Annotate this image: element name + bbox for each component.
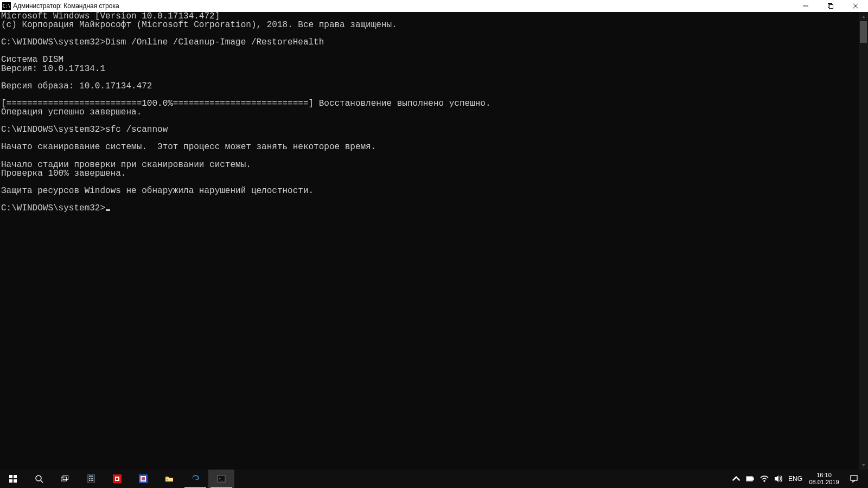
svg-marker-6 — [862, 16, 865, 18]
svg-rect-35 — [752, 478, 754, 480]
window-titlebar[interactable]: C:\ Администратор: Командная строка — [0, 0, 868, 12]
svg-rect-36 — [747, 477, 752, 480]
chevron-up-icon — [732, 474, 741, 483]
taskbar-app-pinned-1[interactable] — [104, 470, 130, 488]
close-button[interactable] — [843, 0, 868, 12]
window-title: Администратор: Командная строка — [13, 2, 119, 10]
cmd-icon: >_ — [217, 474, 226, 483]
start-button[interactable] — [0, 470, 26, 488]
battery-icon — [746, 474, 755, 483]
svg-marker-7 — [862, 464, 865, 466]
svg-rect-9 — [14, 475, 17, 478]
search-button[interactable] — [26, 470, 52, 488]
taskbar-app-calculator[interactable] — [78, 470, 104, 488]
tray-clock[interactable]: 16:10 08.01.2019 — [805, 472, 843, 486]
svg-rect-19 — [91, 478, 92, 479]
svg-rect-31 — [167, 479, 168, 480]
tray-language-indicator[interactable]: ENG — [786, 475, 805, 483]
console-output[interactable]: Microsoft Windows [Version 10.0.17134.47… — [0, 12, 859, 213]
svg-rect-22 — [91, 480, 92, 481]
tray-network-icon[interactable] — [757, 470, 771, 488]
taskbar-app-pinned-2[interactable] — [130, 470, 156, 488]
taskbar-app-cmd[interactable]: >_ — [208, 470, 234, 488]
folder-icon — [165, 474, 174, 483]
svg-rect-8 — [9, 475, 12, 478]
command-prompt-window: C:\ Администратор: Командная строка Micr… — [0, 0, 868, 470]
windows-logo-icon — [9, 474, 17, 483]
svg-rect-15 — [63, 476, 68, 479]
action-center-button[interactable] — [843, 474, 865, 483]
tray-power-icon[interactable] — [743, 470, 757, 488]
svg-rect-14 — [61, 477, 67, 481]
svg-rect-10 — [9, 479, 12, 483]
scrollbar-thumb[interactable] — [860, 21, 867, 43]
svg-rect-20 — [92, 478, 93, 479]
app-icon — [113, 474, 122, 483]
tray-date: 08.01.2019 — [809, 479, 839, 486]
taskbar-app-edge[interactable] — [182, 470, 208, 488]
console-prompt: C:\WINDOWS\system32> — [1, 203, 105, 213]
svg-point-37 — [764, 480, 765, 481]
svg-text:>_: >_ — [219, 477, 223, 481]
search-icon — [35, 474, 43, 483]
svg-rect-39 — [851, 476, 857, 480]
svg-rect-26 — [116, 478, 118, 480]
text-cursor — [106, 209, 110, 211]
scroll-up-arrow-icon[interactable] — [859, 12, 868, 21]
task-view-button[interactable] — [52, 470, 78, 488]
scroll-down-arrow-icon[interactable] — [859, 460, 868, 470]
maximize-button[interactable] — [818, 0, 843, 12]
task-view-icon — [61, 474, 69, 483]
cmd-app-icon: C:\ — [2, 2, 11, 10]
svg-rect-23 — [92, 480, 93, 481]
svg-rect-17 — [89, 476, 93, 477]
tray-overflow-button[interactable] — [729, 470, 743, 488]
taskbar-app-file-explorer[interactable] — [156, 470, 182, 488]
wifi-icon — [760, 474, 769, 483]
taskbar-left: >_ — [0, 470, 234, 488]
svg-rect-2 — [829, 5, 833, 9]
console-client-area: Microsoft Windows [Version 10.0.17134.47… — [0, 12, 868, 470]
speaker-icon — [774, 474, 783, 483]
notification-icon — [850, 474, 858, 483]
vertical-scrollbar[interactable] — [859, 12, 868, 470]
svg-rect-11 — [14, 479, 17, 483]
edge-icon — [191, 474, 200, 483]
svg-line-13 — [41, 480, 43, 483]
svg-rect-29 — [142, 477, 145, 480]
system-tray: ENG 16:10 08.01.2019 — [729, 470, 868, 488]
svg-marker-38 — [775, 476, 778, 482]
calculator-icon — [87, 474, 95, 483]
app-icon — [139, 474, 148, 483]
scrollbar-track[interactable] — [859, 21, 868, 460]
svg-rect-18 — [89, 478, 90, 479]
minimize-button[interactable] — [793, 0, 818, 12]
taskbar: >_ ENG 16:10 — [0, 470, 868, 488]
tray-time: 16:10 — [816, 472, 832, 479]
svg-point-12 — [36, 476, 41, 481]
tray-volume-icon[interactable] — [771, 470, 786, 488]
svg-rect-21 — [89, 480, 90, 481]
